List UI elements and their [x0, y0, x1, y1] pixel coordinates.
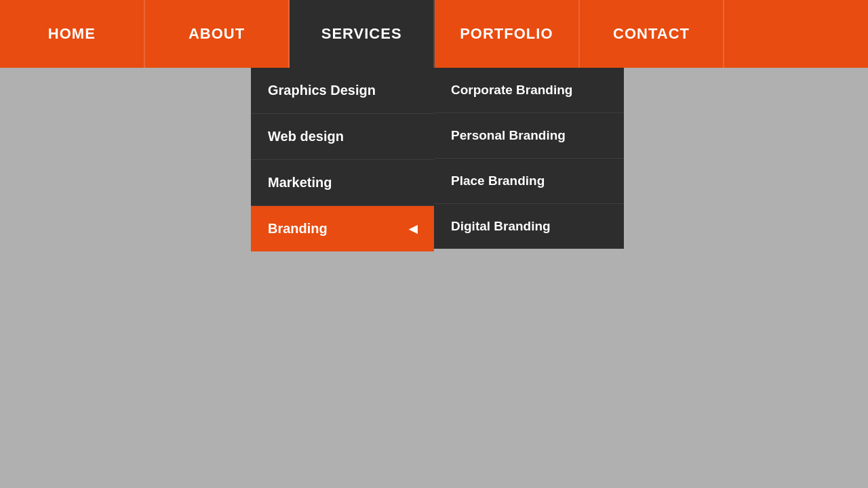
dropdown-marketing[interactable]: Marketing	[251, 160, 434, 206]
nav-about[interactable]: ABOUT	[145, 0, 290, 68]
sub-corporate-branding-label: Corporate Branding	[451, 83, 572, 97]
dropdown-web-design[interactable]: Web design	[251, 114, 434, 160]
nav-home-label: HOME	[48, 25, 96, 43]
nav-services[interactable]: SERVICES	[290, 0, 435, 68]
sub-place-branding-label: Place Branding	[451, 174, 545, 188]
sub-place-branding[interactable]: Place Branding	[434, 159, 624, 204]
dropdown-graphics-design[interactable]: Graphics Design	[251, 68, 434, 114]
nav-portfolio-label: PORTFOLIO	[460, 25, 553, 43]
branding-arrow-icon: ◀	[409, 222, 417, 235]
dropdown-branding-label: Branding	[268, 221, 328, 237]
navbar: HOME ABOUT SERVICES PORTFOLIO CONTACT	[0, 0, 868, 68]
nav-home[interactable]: HOME	[0, 0, 145, 68]
nav-contact[interactable]: CONTACT	[580, 0, 725, 68]
sub-corporate-branding[interactable]: Corporate Branding	[434, 68, 624, 113]
sub-digital-branding-label: Digital Branding	[451, 219, 551, 233]
dropdown-marketing-label: Marketing	[268, 175, 332, 190]
nav-about-label: ABOUT	[189, 25, 245, 43]
dropdown-web-design-label: Web design	[268, 129, 344, 144]
sub-personal-branding[interactable]: Personal Branding	[434, 113, 624, 159]
nav-extra	[724, 0, 868, 68]
sub-personal-branding-label: Personal Branding	[451, 128, 566, 142]
dropdown-branding[interactable]: Branding ◀	[251, 206, 434, 251]
branding-dropdown: Corporate Branding Personal Branding Pla…	[434, 68, 624, 249]
dropdown-graphics-design-label: Graphics Design	[268, 83, 376, 98]
nav-contact-label: CONTACT	[613, 25, 690, 43]
nav-services-label: SERVICES	[321, 25, 402, 43]
nav-portfolio[interactable]: PORTFOLIO	[435, 0, 580, 68]
services-dropdown: Graphics Design Web design Marketing Bra…	[251, 68, 434, 251]
sub-digital-branding[interactable]: Digital Branding	[434, 204, 624, 249]
